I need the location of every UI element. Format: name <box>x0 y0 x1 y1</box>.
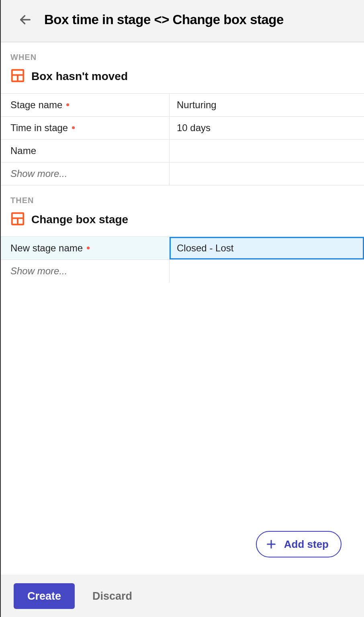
content-area: WHEN Box hasn't moved Stage name <box>1 42 364 575</box>
pipeline-box-icon <box>10 212 25 228</box>
required-dot-icon <box>66 103 69 106</box>
label-text: Name <box>10 145 36 156</box>
field-label: Stage name <box>1 94 170 116</box>
add-step-button[interactable]: Add step <box>256 531 342 557</box>
field-label: Time in stage <box>1 117 170 139</box>
label-text: Stage name <box>10 99 62 111</box>
then-show-more[interactable]: Show more... <box>1 260 364 282</box>
required-dot-icon <box>87 247 90 249</box>
then-step-title: Change box stage <box>31 213 128 226</box>
when-label: WHEN <box>1 42 364 64</box>
then-section: THEN Change box stage New stage name <box>1 185 364 282</box>
then-step-header[interactable]: Change box stage <box>1 208 364 237</box>
field-value-active[interactable]: Closed - Lost <box>170 237 364 259</box>
page-title: Box time in stage <> Change box stage <box>44 12 284 27</box>
footer: Create Discard <box>1 575 364 617</box>
field-row-name[interactable]: Name <box>1 140 364 162</box>
pipeline-box-icon <box>10 68 25 84</box>
empty-cell <box>170 260 364 282</box>
field-label: Name <box>1 140 170 162</box>
plus-icon <box>266 539 277 550</box>
then-fields: New stage name Closed - Lost Show more..… <box>1 237 364 282</box>
when-section: WHEN Box hasn't moved Stage name <box>1 42 364 185</box>
field-value[interactable] <box>170 140 364 162</box>
then-label: THEN <box>1 185 364 208</box>
create-button[interactable]: Create <box>14 583 75 609</box>
show-more-label[interactable]: Show more... <box>1 260 170 282</box>
show-more-label[interactable]: Show more... <box>1 162 170 185</box>
label-text: New stage name <box>10 243 83 254</box>
when-show-more[interactable]: Show more... <box>1 162 364 185</box>
when-step-header[interactable]: Box hasn't moved <box>1 64 364 93</box>
add-step-wrap: Add step <box>256 531 342 557</box>
field-value[interactable]: Nurturing <box>170 94 364 116</box>
when-fields: Stage name Nurturing Time in stage 10 da… <box>1 93 364 185</box>
field-value[interactable]: 10 days <box>170 117 364 139</box>
empty-cell <box>170 162 364 185</box>
header: Box time in stage <> Change box stage <box>1 0 364 42</box>
when-step-title: Box hasn't moved <box>31 70 128 83</box>
field-label: New stage name <box>1 237 170 259</box>
field-row-new-stage-name[interactable]: New stage name Closed - Lost <box>1 237 364 260</box>
add-step-label: Add step <box>284 538 329 551</box>
field-row-time-in-stage[interactable]: Time in stage 10 days <box>1 117 364 140</box>
label-text: Time in stage <box>10 122 68 134</box>
discard-button[interactable]: Discard <box>92 590 132 603</box>
arrow-left-icon <box>18 13 32 27</box>
required-dot-icon <box>72 126 75 129</box>
field-row-stage-name[interactable]: Stage name Nurturing <box>1 94 364 117</box>
back-button[interactable] <box>17 11 34 28</box>
